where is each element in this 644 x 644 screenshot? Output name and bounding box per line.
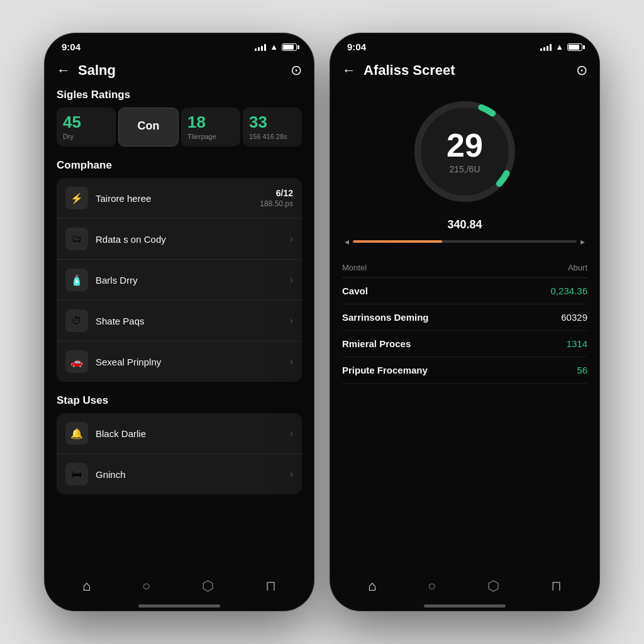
printer-icon: 🗂 — [65, 228, 88, 250]
signal-icon — [255, 43, 266, 51]
car-icon: 🚗 — [65, 350, 88, 373]
time-1: 9:04 — [62, 42, 80, 52]
list-text-5: Black Darlie — [96, 428, 285, 439]
home-indicator-2 — [424, 604, 506, 608]
row-name-0: Cavol — [342, 286, 368, 296]
stat-card-2[interactable]: 18 Tlierpage — [181, 108, 240, 147]
wifi-icon: ▲ — [270, 42, 278, 52]
bell-icon: 🔔 — [65, 422, 88, 445]
battery-icon — [282, 43, 297, 51]
stat-card-1[interactable]: Con — [118, 108, 179, 147]
phone-1: 9:04 ▲ ← Salng — [44, 33, 314, 611]
bottle-icon: 🧴 — [65, 269, 88, 291]
list-val-top-0: 6/12 — [260, 188, 293, 198]
info-icon-1[interactable]: ⊙ — [291, 62, 302, 79]
phones-container: 9:04 ▲ ← Salng — [0, 0, 644, 644]
row-value-2: 1314 — [567, 338, 587, 349]
gauge-container: 29 215,/6U 340.84 ◂ ▸ — [342, 89, 587, 257]
home-indicator-1 — [138, 604, 220, 608]
status-bar-1: 9:04 ▲ — [44, 33, 314, 57]
list-name-3: Shate Paqs — [96, 316, 285, 326]
nav-home-1[interactable]: ⌂ — [82, 578, 91, 594]
bottom-nav-2: ⌂ ○ ⬡ ⊓ — [330, 570, 600, 599]
info-icon-2[interactable]: ⊙ — [576, 62, 587, 79]
section2-title: Comphane — [57, 159, 302, 172]
header-left-1: ← Salng — [57, 62, 116, 79]
nav-shield-2[interactable]: ⬡ — [487, 578, 499, 594]
list-text-3: Shate Paqs — [96, 316, 285, 326]
gauge-circle: 29 215,/6U — [408, 95, 521, 208]
nav-search-2[interactable]: ○ — [428, 578, 436, 594]
stat-value-0: 45 — [63, 114, 109, 130]
time-2: 9:04 — [347, 42, 366, 52]
gauge-number: 29 — [447, 129, 483, 162]
chevron-icon-4: › — [290, 356, 293, 367]
chevron-icon-2: › — [290, 274, 293, 286]
back-button-1[interactable]: ← — [57, 62, 70, 79]
row-name-3: Pripute Frocemany — [342, 365, 428, 375]
stat-con: Con — [125, 114, 172, 138]
back-button-2[interactable]: ← — [342, 62, 356, 79]
table-row-0[interactable]: Cavol 0,234.36 — [342, 278, 587, 304]
row-value-3: 56 — [577, 365, 587, 375]
status-bar-2: 9:04 ▲ — [330, 33, 600, 57]
list-name-4: Sexeal Prinplny — [96, 357, 285, 367]
stat-label-2: Tlierpage — [187, 133, 234, 140]
table-col-left: Montel — [342, 263, 367, 272]
nav-home-2[interactable]: ⌂ — [368, 578, 376, 594]
list-name-5: Black Darlie — [96, 428, 285, 439]
table-container: Montel Aburt Cavol 0,234.36 Sarrinsons D… — [342, 257, 587, 570]
section1-title: Sigles Ratings — [57, 89, 302, 101]
list-item-0[interactable]: ⚡ Tairore heree 6/12 188.50.ps — [57, 178, 302, 219]
stat-value-3: 33 — [249, 114, 296, 130]
list-text-2: Barls Drry — [96, 275, 285, 286]
bed-icon: 🛏 — [65, 463, 88, 486]
table-col-right: Aburt — [568, 263, 587, 272]
nav-profile-2[interactable]: ⊓ — [551, 578, 562, 594]
list-name-2: Barls Drry — [96, 275, 285, 286]
list-name-1: Rdata s on Cody — [96, 234, 285, 245]
screen-2: ← Afaliss Screet ⊙ — [330, 57, 600, 570]
list-item-3[interactable]: ⏱ Shate Paqs › — [57, 301, 302, 341]
chevron-icon-5: › — [290, 428, 293, 439]
stat-label-3: 156 416 28s — [249, 133, 296, 140]
table-row-3[interactable]: Pripute Frocemany 56 — [342, 357, 587, 384]
list-item-6[interactable]: 🛏 Gninch › — [57, 454, 302, 494]
progress-value: 340.84 — [345, 218, 585, 231]
chevron-icon-1: › — [290, 233, 293, 245]
chevron-icon-3: › — [290, 315, 293, 326]
right-arrow-icon: ▸ — [580, 236, 585, 247]
list-text-1: Rdata s on Cody — [96, 234, 285, 245]
lightning-icon: ⚡ — [65, 187, 88, 209]
stat-card-0[interactable]: 45 Dry — [57, 108, 116, 147]
list-item-5[interactable]: 🔔 Black Darlie › — [57, 413, 302, 454]
progress-bar — [353, 240, 577, 243]
row-name-1: Sarrinsons Deming — [342, 312, 429, 323]
list-item-4[interactable]: 🚗 Sexeal Prinplny › — [57, 341, 302, 382]
header-2: ← Afaliss Screet ⊙ — [342, 57, 587, 89]
nav-profile-1[interactable]: ⊓ — [265, 578, 276, 594]
nav-shield-1[interactable]: ⬡ — [202, 578, 214, 594]
section3-title: Stap Uses — [57, 394, 302, 407]
table-header: Montel Aburt — [342, 257, 587, 278]
list-item-1[interactable]: 🗂 Rdata s on Cody › — [57, 219, 302, 260]
list-text-4: Sexeal Prinplny — [96, 357, 285, 367]
nav-search-1[interactable]: ○ — [142, 578, 150, 594]
list-item-2[interactable]: 🧴 Barls Drry › — [57, 260, 302, 301]
page-title-1: Salng — [78, 62, 116, 79]
gauge-sub: 215,/6U — [447, 164, 483, 174]
table-row-2[interactable]: Rmieral Proces 1314 — [342, 331, 587, 357]
table-row-1[interactable]: Sarrinsons Deming 60329 — [342, 304, 587, 331]
row-value-1: 60329 — [561, 312, 587, 323]
row-value-0: 0,234.36 — [551, 286, 587, 296]
stat-label-0: Dry — [63, 133, 109, 140]
progress-bar-container: ◂ ▸ — [345, 236, 585, 247]
stats-row: 45 Dry Con 18 Tlierpage 33 156 416 28s — [57, 108, 302, 147]
progress-section: 340.84 ◂ ▸ — [342, 218, 587, 247]
header-1: ← Salng ⊙ — [57, 57, 302, 89]
wifi-icon-2: ▲ — [555, 42, 564, 52]
stat-card-3[interactable]: 33 156 416 28s — [243, 108, 302, 147]
chevron-icon-6: › — [290, 469, 293, 480]
list-name-0: Tairore heree — [96, 193, 260, 204]
left-arrow-icon: ◂ — [345, 236, 349, 247]
